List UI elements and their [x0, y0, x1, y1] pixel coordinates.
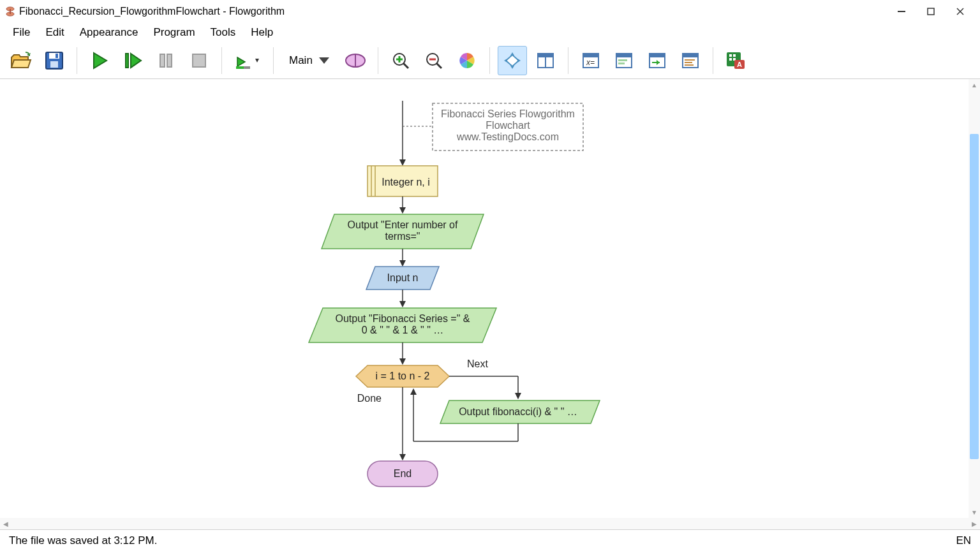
comment-text-2: Flowchart	[486, 120, 530, 131]
declare-text: Integer n, i	[382, 177, 430, 187]
svg-rect-10	[50, 61, 58, 68]
title-bar: Fibonacci_Recursion_FlowgorithmFlowchart…	[0, 0, 980, 23]
maximize-button[interactable]	[916, 1, 946, 22]
step-button[interactable]	[118, 46, 147, 75]
svg-rect-17	[193, 54, 205, 67]
window-title: Fibonacci_Recursion_FlowgorithmFlowchart…	[19, 6, 887, 17]
svg-marker-14	[131, 54, 141, 68]
vertical-scroll-thumb[interactable]	[970, 134, 979, 459]
layout-flowchart-button[interactable]	[498, 46, 527, 75]
svg-rect-52	[683, 54, 698, 57]
svg-marker-18	[237, 57, 245, 66]
svg-line-29	[436, 63, 442, 68]
svg-rect-38	[538, 54, 553, 57]
svg-rect-46	[618, 62, 625, 64]
toolbar: Main	[0, 42, 980, 79]
output3-text: Output fibonacci(i) & " " …	[459, 406, 577, 417]
svg-marker-32	[506, 55, 519, 66]
comment-text-3: www.TestingDocs.com	[456, 131, 559, 142]
svg-rect-45	[618, 59, 627, 61]
svg-text:A: A	[737, 61, 742, 68]
chevron-down-icon	[319, 57, 329, 64]
svg-marker-33	[510, 52, 514, 55]
scroll-down-arrow-icon[interactable]: ▼	[969, 506, 980, 518]
app-icon	[5, 6, 15, 17]
svg-line-25	[403, 63, 408, 68]
function-selector[interactable]: Main	[281, 54, 337, 67]
svg-rect-58	[733, 54, 736, 57]
toolbar-separator-3	[273, 47, 274, 74]
for-done-label: Done	[357, 393, 382, 404]
toolbar-separator-4	[378, 47, 378, 74]
svg-marker-21	[255, 59, 259, 62]
variable-watch-button[interactable]: x=	[576, 46, 605, 75]
color-scheme-button[interactable]	[452, 46, 482, 75]
menu-appearance[interactable]: Appearance	[72, 24, 146, 41]
menu-file[interactable]: File	[5, 24, 38, 41]
svg-rect-44	[616, 54, 632, 57]
svg-rect-15	[160, 54, 165, 67]
input-text: Input n	[387, 272, 419, 283]
svg-rect-2	[10, 9, 11, 14]
vertical-scroll-track[interactable]	[969, 91, 980, 506]
menu-edit[interactable]: Edit	[38, 24, 71, 41]
menu-tools[interactable]: Tools	[203, 24, 244, 41]
save-button[interactable]	[40, 46, 69, 75]
end-text: End	[394, 468, 412, 479]
status-message: The file was saved at 3:12 PM.	[9, 534, 157, 547]
layout-windowed-button[interactable]	[531, 46, 560, 75]
scroll-up-arrow-icon[interactable]: ▲	[969, 79, 980, 91]
svg-marker-34	[510, 66, 514, 69]
scroll-left-arrow-icon[interactable]: ◀	[0, 518, 11, 529]
minimize-button[interactable]	[887, 1, 916, 22]
toolbar-separator-7	[713, 47, 713, 74]
stop-button[interactable]	[184, 46, 214, 75]
toolbar-separator	[77, 47, 77, 74]
svg-rect-13	[126, 54, 128, 68]
workspace: Fibonacci Series Flowgorithm Flowchart w…	[0, 79, 980, 518]
for-text: i = 1 to n - 2	[376, 371, 430, 381]
output1-text-l2: terms="	[385, 231, 420, 242]
speed-button[interactable]	[230, 46, 265, 75]
turtle-button[interactable]	[642, 46, 672, 75]
svg-rect-41	[583, 54, 598, 57]
flowchart-canvas[interactable]: Fibonacci Series Flowgorithm Flowchart w…	[0, 79, 969, 518]
svg-rect-59	[729, 58, 732, 61]
svg-rect-4	[928, 8, 934, 15]
svg-text:x=: x=	[586, 58, 595, 67]
zoom-out-button[interactable]	[419, 46, 449, 75]
pause-button[interactable]	[151, 46, 181, 75]
svg-rect-11	[56, 54, 58, 58]
horizontal-scroll-track[interactable]	[11, 518, 969, 529]
output2-text-l1: Output "Fibonacci Series =" &	[335, 313, 470, 324]
for-next-label: Next	[467, 358, 488, 369]
run-button[interactable]	[85, 46, 114, 75]
horizontal-scrollbar[interactable]: ◀ ▶	[0, 518, 980, 529]
source-code-viewer-button[interactable]	[676, 46, 705, 75]
svg-rect-57	[729, 54, 732, 57]
export-button[interactable]: A	[721, 46, 750, 75]
console-button[interactable]	[609, 46, 639, 75]
toolbar-separator-6	[568, 47, 568, 74]
vertical-scrollbar[interactable]: ▲ ▼	[969, 79, 980, 518]
function-name: Main	[289, 54, 313, 67]
output1-text-l1: Output "Enter number of	[348, 219, 458, 230]
toolbar-separator-2	[221, 47, 222, 74]
menu-program[interactable]: Program	[145, 24, 202, 41]
app-window: Fibonacci_Recursion_FlowgorithmFlowchart…	[0, 0, 980, 551]
menu-help[interactable]: Help	[243, 24, 281, 41]
close-button[interactable]	[946, 1, 975, 22]
add-function-button[interactable]	[341, 46, 370, 75]
svg-rect-48	[650, 54, 665, 57]
toolbar-separator-5	[489, 47, 490, 74]
svg-marker-35	[504, 59, 507, 62]
svg-marker-36	[517, 59, 521, 62]
comment-text-1: Fibonacci Series Flowgorithm	[441, 108, 575, 119]
scroll-right-arrow-icon[interactable]: ▶	[969, 518, 980, 529]
open-button[interactable]	[6, 46, 36, 75]
status-bar: The file was saved at 3:12 PM. EN	[0, 529, 980, 551]
menu-bar: File Edit Appearance Program Tools Help	[0, 23, 980, 42]
zoom-in-button[interactable]	[386, 46, 415, 75]
svg-rect-20	[236, 66, 244, 69]
svg-marker-12	[94, 53, 107, 68]
